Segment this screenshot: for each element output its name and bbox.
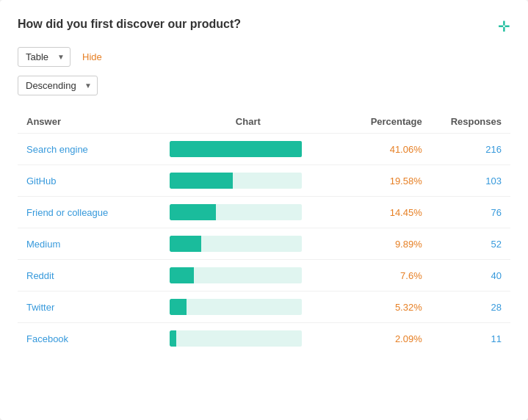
answer-cell[interactable]: Twitter <box>18 292 161 323</box>
percentage-cell: 14.45% <box>336 197 431 228</box>
chart-bar-fill <box>170 173 233 189</box>
chart-bar-fill <box>170 236 201 252</box>
col-answer: Answer <box>18 110 161 134</box>
chart-bar-background <box>170 267 302 283</box>
answer-cell[interactable]: GitHub <box>18 165 161 197</box>
answer-cell[interactable]: Search engine <box>18 134 161 165</box>
chart-bar-background <box>170 236 302 252</box>
percentage-cell: 2.09% <box>336 323 431 355</box>
chart-cell <box>161 228 336 260</box>
chart-cell <box>161 165 336 197</box>
percentage-cell: 41.06% <box>336 134 431 165</box>
responses-cell: 52 <box>431 228 510 260</box>
chart-bar-background <box>170 330 302 347</box>
chart-bar-background <box>170 173 302 189</box>
answer-cell[interactable]: Medium <box>18 228 161 260</box>
percentage-cell: 9.89% <box>336 228 431 260</box>
card-title: How did you first discover our product? <box>18 18 241 31</box>
responses-cell: 11 <box>431 323 510 355</box>
sort-select[interactable]: DescendingAscending <box>18 76 98 95</box>
survey-card: How did you first discover our product? … <box>0 0 528 420</box>
table-row: Twitter5.32%28 <box>18 292 510 323</box>
table-header: Answer Chart Percentage Responses <box>18 110 510 134</box>
table-row: Friend or colleague14.45%76 <box>18 197 510 228</box>
table-body: Search engine41.06%216GitHub19.58%103Fri… <box>18 134 510 355</box>
sort-row: DescendingAscending ▼ <box>18 76 510 95</box>
responses-cell: 216 <box>431 134 510 165</box>
table-row: Medium9.89%52 <box>18 228 510 260</box>
col-responses: Responses <box>431 110 510 134</box>
chart-cell <box>161 323 336 355</box>
view-select[interactable]: TableChart <box>18 47 70 67</box>
percentage-cell: 19.58% <box>336 165 431 197</box>
answer-cell[interactable]: Friend or colleague <box>18 197 161 228</box>
card-header: How did you first discover our product? … <box>18 18 510 35</box>
chart-cell <box>161 292 336 323</box>
view-select-wrapper: TableChart ▼ <box>18 47 70 67</box>
responses-cell: 28 <box>431 292 510 323</box>
chart-bar-background <box>170 204 302 220</box>
table-row: Facebook2.09%11 <box>18 323 510 355</box>
chart-bar-background <box>170 141 302 157</box>
add-icon[interactable]: ✛ <box>498 18 510 35</box>
answer-cell[interactable]: Reddit <box>18 260 161 292</box>
col-chart: Chart <box>161 110 336 134</box>
controls-row: TableChart ▼ Hide <box>18 47 510 67</box>
responses-cell: 40 <box>431 260 510 292</box>
answer-cell[interactable]: Facebook <box>18 323 161 355</box>
col-percentage: Percentage <box>336 110 431 134</box>
chart-bar-background <box>170 299 302 315</box>
responses-cell: 103 <box>431 165 510 197</box>
chart-cell <box>161 197 336 228</box>
table-row: Search engine41.06%216 <box>18 134 510 165</box>
chart-cell <box>161 134 336 165</box>
table-row: Reddit7.6%40 <box>18 260 510 292</box>
chart-bar-fill <box>170 299 187 315</box>
percentage-cell: 7.6% <box>336 260 431 292</box>
chart-cell <box>161 260 336 292</box>
chart-bar-fill <box>170 141 302 157</box>
percentage-cell: 5.32% <box>336 292 431 323</box>
chart-bar-fill <box>170 204 216 220</box>
responses-cell: 76 <box>431 197 510 228</box>
chart-bar-fill <box>170 330 176 347</box>
sort-select-wrapper: DescendingAscending ▼ <box>18 76 98 95</box>
chart-bar-fill <box>170 267 194 283</box>
data-table: Answer Chart Percentage Responses Search… <box>18 110 510 354</box>
hide-button[interactable]: Hide <box>82 51 102 62</box>
table-row: GitHub19.58%103 <box>18 165 510 197</box>
